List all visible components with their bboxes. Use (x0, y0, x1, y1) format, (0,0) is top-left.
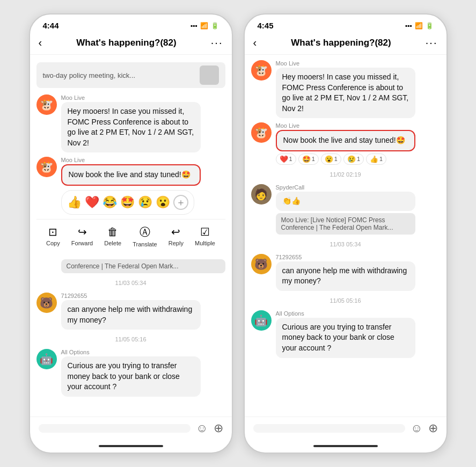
avatar-all-options-right: 🤖 (251, 310, 272, 331)
truncated-text: two-day policy meeting, kick... (43, 71, 136, 79)
message-spyder-right: 🧑 SpyderCall 👏👍 Moo Live: [Live Notice] … (251, 184, 440, 235)
link-preview-left[interactable]: Conference | The Federal Open Mark... (61, 259, 225, 273)
reactions-right: ❤️1 🤩1 😮1 😢1 👍1 (276, 154, 415, 165)
signal-icon-left: ▪▪▪ (191, 22, 197, 30)
message-4-left: 🤖 All Options Curious are you trying to … (36, 349, 225, 397)
reply-label: Reply (169, 240, 184, 246)
reply-action[interactable]: ↩ Reply (169, 225, 184, 246)
truncated-image (200, 65, 219, 85)
avatar-spyder-right: 🧑 (251, 184, 272, 205)
header-title-right: What's happening?(82) (291, 38, 391, 48)
avatar-71292655-left: 🐻 (36, 293, 57, 313)
message-2-left: 🐮 Moo Live Now book the live and stay tu… (36, 157, 225, 186)
home-bar-right (313, 445, 378, 447)
sender-moo-2-right: Moo Live (276, 122, 415, 129)
more-options-left[interactable]: ··· (211, 37, 223, 49)
wifi-icon-left: 📶 (200, 22, 208, 30)
timestamp-2-left: 11/05 05:16 (36, 336, 225, 342)
bubble-4-right: Curious are you trying to transfer money… (276, 318, 415, 358)
avatar-all-options-left: 🤖 (36, 349, 57, 369)
delete-label: Delete (104, 240, 121, 246)
chat-area-right: 🐮 Moo Live Hey mooers! In case you misse… (245, 55, 446, 417)
sender-moo-2: Moo Live (61, 157, 201, 163)
multiple-action[interactable]: ☑ Multiple (195, 225, 215, 246)
back-button-left[interactable]: ‹ (39, 37, 42, 49)
home-bar-left (99, 445, 163, 447)
phones-container: 4:44 ▪▪▪ 📶 🔋 ‹ What's happening?(82) ···… (18, 3, 458, 464)
emoji-button-right[interactable]: ☺ (411, 421, 422, 435)
battery-icon-left: 🔋 (211, 22, 219, 30)
message-3-right: 🐻 71292655 can anyone help me with withd… (251, 254, 440, 291)
emoji-add-button[interactable]: ＋ (173, 195, 188, 210)
status-bar-left: 4:44 ▪▪▪ 📶 🔋 (30, 14, 232, 33)
status-bar-right: 4:45 ▪▪▪ 📶 🔋 (245, 14, 446, 33)
sender-moo-1-right: Moo Live (276, 60, 415, 67)
timestamp-1-right: 11/03 05:34 (251, 241, 440, 247)
msg-content-2-right: Moo Live Now book the live and stay tune… (276, 122, 415, 165)
sender-moo-1: Moo Live (61, 94, 201, 101)
add-button-right[interactable]: ⊕ (428, 421, 438, 435)
avatar-moo-2: 🐮 (36, 157, 57, 177)
message-input-left[interactable] (39, 424, 191, 433)
link-spyder-right[interactable]: Moo Live: [Live Notice] FOMC Press Confe… (276, 213, 415, 235)
time-right: 4:45 (258, 21, 274, 30)
signal-icon-right: ▪▪▪ (405, 22, 412, 30)
phone-left: 4:44 ▪▪▪ 📶 🔋 ‹ What's happening?(82) ···… (29, 13, 233, 454)
delete-icon: 🗑 (107, 226, 118, 238)
emoji-sad[interactable]: 😢 (138, 195, 152, 209)
message-2-right: 🐮 Moo Live Now book the live and stay tu… (251, 122, 440, 165)
message-input-right[interactable] (253, 424, 406, 433)
message-1-right: 🐮 Moo Live Hey mooers! In case you misse… (251, 60, 440, 118)
reaction-sunglasses[interactable]: 🤩1 (298, 154, 319, 165)
delete-action[interactable]: 🗑 Delete (104, 226, 121, 246)
bubble-3-left: can anyone help me with withdrawing my m… (61, 300, 201, 330)
emoji-button-left[interactable]: ☺ (196, 421, 208, 435)
bubble-2-right: Now book the live and stay tuned!🤩 (276, 130, 415, 151)
emoji-sunglasses[interactable]: 🤩 (120, 195, 135, 209)
battery-icon-right: 🔋 (426, 22, 434, 30)
back-button-right[interactable]: ‹ (253, 37, 257, 49)
bubble-1-right: Hey mooers! In case you missed it, FOMC … (276, 68, 415, 118)
msg-content-1: Moo Live Hey mooers! In case you missed … (61, 94, 201, 152)
msg-content-1-right: Moo Live Hey mooers! In case you missed … (276, 60, 415, 118)
copy-icon: ⊡ (48, 225, 57, 238)
emoji-heart[interactable]: ❤️ (85, 195, 99, 209)
translate-action[interactable]: Ⓐ Translate (133, 225, 157, 247)
timestamp-1-left: 11/03 05:34 (36, 280, 225, 286)
sender-all-options-left: All Options (61, 349, 201, 355)
multiple-icon: ☑ (200, 225, 210, 238)
sender-71292655-left: 71292655 (61, 293, 201, 299)
reaction-thumbs-up[interactable]: 👍1 (366, 154, 386, 165)
emoji-thumbs-up[interactable]: 👍 (67, 195, 82, 209)
home-indicator-left (30, 442, 232, 453)
avatar-moo-1-right: 🐮 (251, 60, 272, 81)
translate-icon: Ⓐ (140, 225, 150, 239)
msg-content-3-left: 71292655 can anyone help me with withdra… (61, 293, 201, 330)
reaction-wow[interactable]: 😮1 (321, 154, 341, 165)
bubble-3-right: can anyone help me with withdrawing my m… (276, 261, 415, 291)
sender-spyder-right: SpyderCall (276, 184, 415, 191)
avatar-moo-1: 🐮 (36, 94, 57, 115)
multiple-label: Multiple (195, 240, 215, 246)
reaction-sad[interactable]: 😢1 (343, 154, 364, 165)
bubble-1-left: Hey mooers! In case you missed it, FOMC … (61, 102, 201, 152)
bubble-2-left: Now book the live and stay tuned!🤩 (61, 164, 201, 186)
message-4-right: 🤖 All Options Curious are you trying to … (251, 310, 440, 358)
emoji-reaction-bar: 👍 ❤️ 😂 🤩 😢 😮 ＋ (61, 190, 194, 215)
sender-all-options-right: All Options (276, 310, 415, 317)
time-left: 4:44 (43, 21, 59, 30)
add-button-left[interactable]: ⊕ (214, 421, 223, 435)
timestamp-0-right: 11/02 02:19 (251, 171, 440, 178)
forward-action[interactable]: ↪ Forward (71, 225, 93, 246)
copy-action[interactable]: ⊡ Copy (46, 225, 60, 246)
more-options-right[interactable]: ··· (426, 37, 438, 49)
emoji-wow[interactable]: 😮 (156, 195, 170, 209)
home-indicator-right (245, 442, 446, 453)
phone-right: 4:45 ▪▪▪ 📶 🔋 ‹ What's happening?(82) ···… (244, 13, 448, 454)
status-icons-right: ▪▪▪ 📶 🔋 (405, 22, 434, 30)
emoji-laugh[interactable]: 😂 (102, 195, 117, 209)
msg-content-4-right: All Options Curious are you trying to tr… (276, 310, 415, 358)
translate-label: Translate (133, 241, 157, 247)
msg-content-4-left: All Options Curious are you trying to tr… (61, 349, 201, 397)
reaction-heart[interactable]: ❤️1 (276, 154, 296, 165)
